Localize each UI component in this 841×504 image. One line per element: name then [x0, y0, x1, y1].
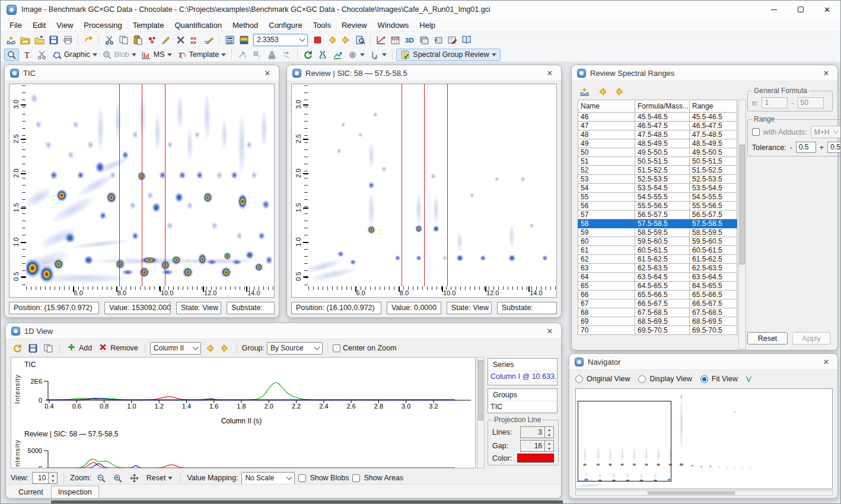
table-row[interactable]: 6968.5-69.568.5-69.5: [578, 317, 737, 326]
edit-table-icon[interactable]: [445, 33, 458, 46]
scissors-tool-icon[interactable]: [35, 49, 49, 61]
close-icon[interactable]: ✕: [820, 69, 832, 78]
chart-icon[interactable]: [374, 33, 387, 46]
text-tool-icon[interactable]: T: [20, 49, 34, 61]
table-row[interactable]: 6463.5-64.563.5-64.5: [578, 273, 737, 282]
menu-edit[interactable]: Edit: [27, 20, 51, 31]
menu-quantification[interactable]: Quantification: [169, 20, 227, 31]
import-ranges-icon[interactable]: [578, 85, 591, 98]
blob-button[interactable]: Blob: [100, 49, 138, 61]
refresh-icon[interactable]: [301, 49, 315, 61]
table-row[interactable]: 5352.5-53.552.5-53.5: [578, 175, 737, 184]
colormap-icon[interactable]: [237, 33, 250, 46]
navigator-scrollbar[interactable]: [575, 490, 833, 496]
table-row[interactable]: 6564.5-65.564.5-65.5: [578, 282, 737, 291]
table-row[interactable]: 4847.5-48.547.5-48.5: [578, 130, 737, 139]
stamp-icon[interactable]: [265, 49, 279, 61]
menu-help[interactable]: Help: [414, 20, 441, 31]
tolerance-minus-field[interactable]: 0.5: [796, 142, 816, 153]
table-row[interactable]: 5655.5-56.555.5-56.5: [578, 202, 737, 210]
save-plot-icon[interactable]: [26, 342, 39, 355]
delete-all-icon[interactable]: ××××: [188, 33, 201, 46]
save-icon[interactable]: [47, 33, 60, 46]
color-swatch[interactable]: [517, 454, 554, 462]
zoom-in-icon[interactable]: [112, 471, 125, 484]
menu-review[interactable]: Review: [336, 20, 372, 31]
plots-scrollbar[interactable]: [477, 357, 485, 468]
revert-icon[interactable]: [431, 33, 444, 46]
center-on-zoom-checkbox[interactable]: [333, 344, 340, 352]
zoom-out-icon[interactable]: [95, 471, 108, 484]
transform-a-icon[interactable]: T: [235, 49, 249, 61]
pen-lines-icon[interactable]: [202, 33, 215, 46]
maximize-button[interactable]: [787, 1, 814, 18]
close-icon[interactable]: ✕: [544, 327, 556, 336]
compare-icon[interactable]: [460, 33, 473, 46]
next-icon[interactable]: [219, 342, 232, 355]
graphic-button[interactable]: Graphic: [50, 49, 99, 61]
draw-icon[interactable]: [160, 33, 173, 46]
column-header-2[interactable]: Range: [690, 100, 737, 113]
forward-icon[interactable]: [339, 33, 352, 46]
table-row[interactable]: 4645.5-46.545.5-46.5: [578, 113, 737, 122]
z-line-icon[interactable]: [331, 49, 345, 61]
close-button[interactable]: ✕: [814, 1, 840, 18]
previous-icon[interactable]: [203, 342, 216, 355]
menu-configure[interactable]: Configure: [263, 20, 307, 31]
print-icon[interactable]: [61, 33, 74, 46]
transform-c-icon[interactable]: [280, 49, 294, 61]
colormap-value-select[interactable]: 2.3353: [253, 34, 308, 46]
radio-original-view[interactable]: Original View: [575, 375, 630, 383]
copy-icon[interactable]: [117, 33, 130, 46]
review-plot[interactable]: [308, 84, 556, 286]
tolerance-plus-field[interactable]: 0.5: [827, 142, 841, 153]
sphere-icon[interactable]: [346, 49, 367, 61]
one-d-plots[interactable]: TIC Intensity 2E600.40.60.81.01.21.41.61…: [11, 357, 476, 468]
radio-fit-view[interactable]: Fit View: [700, 375, 738, 383]
n-from-field[interactable]: 1: [762, 97, 788, 109]
lines-stepper[interactable]: 3▲▼: [520, 426, 554, 438]
menu-template[interactable]: Template: [128, 20, 170, 31]
table-row[interactable]: 5554.5-55.554.5-55.5: [578, 193, 737, 202]
table-row[interactable]: 6362.5-63.562.5-63.5: [578, 264, 737, 273]
calculator-icon[interactable]: [223, 33, 236, 46]
table-row[interactable]: 6867.5-68.567.5-68.5: [578, 308, 737, 317]
menu-method[interactable]: Method: [227, 20, 263, 31]
n-to-field[interactable]: 50: [798, 97, 824, 109]
groups-item[interactable]: TIC: [488, 401, 557, 413]
reset-zoom-button[interactable]: Reset: [145, 472, 175, 484]
delete-icon[interactable]: [174, 33, 187, 46]
column-header-1[interactable]: Formula/Mass...: [635, 100, 690, 113]
table-row[interactable]: 5756.5-57.556.5-57.5: [578, 210, 737, 219]
minimize-button[interactable]: [760, 1, 787, 18]
menu-view[interactable]: View: [51, 20, 78, 31]
copy-image-icon[interactable]: [417, 33, 430, 46]
template-button[interactable]: TTemplate: [175, 49, 228, 61]
import-icon[interactable]: [4, 33, 17, 46]
zoom-doc-icon[interactable]: [353, 33, 367, 46]
back-icon[interactable]: [325, 33, 338, 46]
undo-icon[interactable]: [82, 33, 95, 46]
table-row[interactable]: 5857.5-58.557.5-58.5: [578, 219, 737, 228]
ms-button[interactable]: MS: [139, 49, 174, 61]
export-icon[interactable]: [33, 33, 46, 46]
table-row[interactable]: 6766.5-67.566.5-67.5: [578, 299, 737, 308]
close-icon[interactable]: ✕: [544, 69, 556, 78]
column-select[interactable]: Column II: [150, 342, 201, 355]
add-button[interactable]: Add: [65, 342, 94, 355]
remove-button[interactable]: Remove: [96, 342, 140, 355]
radio-display-view[interactable]: Display View: [638, 375, 692, 383]
table-row[interactable]: 5251.5-52.551.5-52.5: [578, 166, 737, 175]
tab-inspection[interactable]: Inspection: [51, 486, 99, 498]
table-row[interactable]: 7069.5-70.569.5-70.5: [578, 326, 737, 335]
sync-icon[interactable]: [11, 342, 24, 355]
table-row[interactable]: 5049.5-50.549.5-50.5: [578, 148, 737, 157]
menu-tools[interactable]: Tools: [308, 20, 336, 31]
table-scrollbar[interactable]: [738, 100, 746, 349]
apply-button[interactable]: Apply: [792, 332, 830, 344]
copy-plot-icon[interactable]: [42, 342, 55, 355]
menu-processing[interactable]: Processing: [78, 20, 127, 31]
with-adducts-checkbox[interactable]: [752, 128, 760, 136]
review-window-titlebar[interactable]: Review | SIC: 58 — 57.5-58.5 ✕: [287, 65, 561, 81]
tic-window-titlebar[interactable]: TIC ✕: [5, 65, 279, 81]
